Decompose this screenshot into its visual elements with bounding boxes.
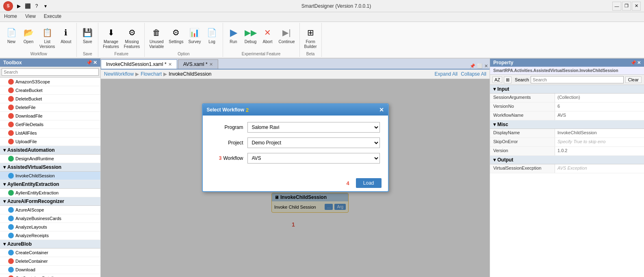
property-search-input[interactable] [531, 76, 624, 83]
workflow-select[interactable]: AVS [247, 153, 380, 164]
tab-close-area-btn[interactable]: ✕ [484, 63, 488, 69]
ribbon-continue-btn[interactable]: ▶| Continue [277, 25, 297, 46]
qa-dropdown-btn[interactable]: ▾ [41, 2, 50, 10]
section-label: Output [497, 157, 513, 163]
close-btn[interactable]: ✕ [632, 2, 641, 11]
toolbox-item-analyzebizcard[interactable]: AnalyzeBusinessCards [0, 214, 100, 223]
project-select[interactable]: Demo Project [247, 137, 380, 148]
minimize-btn[interactable]: — [612, 2, 621, 11]
ribbon-settings-btn[interactable]: ⚙ Settings [167, 25, 185, 46]
ribbon-form-builder-btn[interactable]: ⊞ FormBuilder [302, 25, 319, 50]
toolbox-cat-aylene[interactable]: ▾AylienEntityExtraction [0, 180, 100, 189]
toolbox-cat-azureblob[interactable]: ▾AzureBlob [0, 240, 100, 249]
ribbon-manage-features-btn[interactable]: ⬇ ManageFeatures [101, 25, 121, 50]
tab-pin-btn[interactable]: 📌 [470, 63, 475, 69]
tab-float-btn[interactable]: ⬜ [477, 63, 483, 69]
toolbox-cat-azureai[interactable]: ▾AzureAIFormRecognizer [0, 197, 100, 206]
toolbox-item-getcontainerdetails[interactable]: GetContainerDetails [0, 274, 100, 277]
property-clear-btn[interactable]: Clear [625, 76, 642, 83]
program-select[interactable]: Salome Ravi [247, 122, 380, 133]
ribbon-unused-variable-btn[interactable]: 🗑 UnusedVariable [147, 25, 166, 50]
toolbox-item-listallfiles[interactable]: ListAllFiles [0, 129, 100, 137]
ribbon-survey-btn[interactable]: 📊 Survey [186, 25, 203, 46]
breadcrumb-part-1[interactable]: Flowchart [141, 71, 162, 77]
prop-az-sort-btn[interactable]: AZ [492, 76, 502, 83]
item-icon [8, 207, 14, 213]
ribbon-about-btn[interactable]: ℹ About [58, 25, 74, 46]
property-list: ▾ Input SessionArguments (Collection) Ve… [490, 85, 644, 277]
prop-value-virtualsession[interactable]: AVS Exception [555, 164, 644, 173]
toolbox-close-btn[interactable]: ✕ [93, 60, 97, 65]
toolbox-item-createbucket[interactable]: CreateBucket [0, 86, 100, 95]
toolbox-item-analyzereceipts[interactable]: AnalyzeReceipts [0, 231, 100, 240]
menu-bar: Home View Execute [0, 12, 644, 22]
ribbon-log-btn[interactable]: 📄 Log [204, 25, 220, 46]
ribbon-save-btn[interactable]: 💾 Save [79, 25, 95, 46]
collapse-all-btn[interactable]: Collapse All [461, 71, 486, 77]
continue-label: Continue [279, 39, 295, 44]
section-collapse-icon[interactable]: ▾ [493, 122, 496, 127]
ribbon-run-btn[interactable]: ▶ Run [226, 25, 242, 46]
toolbox-item-deletefile[interactable]: DeleteFile [0, 103, 100, 112]
toolbox-item-aylienentity[interactable]: AylienEntityExtraction [0, 189, 100, 197]
toolbox-item-azureaiscope[interactable]: AzureAIScope [0, 206, 100, 214]
breadcrumb-sep-0: ▶ [135, 71, 139, 77]
prop-value-version[interactable]: 1.0.2 [555, 147, 644, 155]
ribbon-new-btn[interactable]: 📄 New [3, 25, 20, 46]
prop-cat-sort-btn[interactable]: ⊞ [504, 76, 512, 83]
prop-value-versionno[interactable]: 6 [555, 103, 644, 111]
toolbox-item-deletecontainer[interactable]: DeleteContainer [0, 257, 100, 266]
ribbon-open-btn[interactable]: 📂 Open [20, 25, 37, 46]
toolbox-cat-assistedvirtualsession[interactable]: ▾AssistedVirtualSession [0, 163, 100, 172]
toolbox-item-deletebucket[interactable]: DeleteBucket [0, 95, 100, 103]
prop-value-skiponerror[interactable]: Specify True to skip erro [555, 138, 644, 146]
tab-close-icon[interactable]: ✕ [168, 62, 172, 67]
prop-value-displayname[interactable]: InvokeChildSession [555, 129, 644, 137]
menu-execute[interactable]: Execute [40, 12, 65, 22]
toolbox-item-getfiledetails[interactable]: GetFileDetails [0, 120, 100, 129]
toolbox-item-uploadfile[interactable]: UploadFile [0, 137, 100, 146]
select-workflow-dialog: Select Workflow 2 ✕ Program Salome Ravi … [202, 103, 389, 192]
breadcrumb-part-0[interactable]: NewWorkflow [104, 71, 134, 77]
prop-value-workflowname[interactable]: AVS [555, 111, 644, 120]
menu-home[interactable]: Home [0, 12, 21, 22]
tab-invokechild[interactable]: InvokeChildSession1.xaml * ✕ [101, 59, 177, 69]
workflow-num-badge: 3 [219, 155, 222, 161]
toolbox-item-amazons3scope[interactable]: AmazonS3Scope [0, 78, 100, 86]
dialog-close-btn[interactable]: ✕ [379, 107, 384, 113]
toolbox-item-download[interactable]: Download [0, 266, 100, 274]
ribbon: 📄 New 📂 Open 📋 ListVersions ℹ About Work… [0, 22, 644, 59]
expand-all-btn[interactable]: Expand All [435, 71, 458, 77]
qa-help-btn[interactable]: ? [33, 2, 41, 10]
tab-close-icon2[interactable]: ✕ [209, 62, 213, 67]
dialog-footer: 4 Load [203, 175, 388, 191]
abort-icon: ✕ [262, 26, 274, 39]
ribbon-debug-btn[interactable]: ▶▶ Debug [243, 25, 259, 46]
toolbox-panel: Toolbox 📌 ✕ AmazonS3Scope CreateBucket D… [0, 59, 101, 277]
section-collapse-icon[interactable]: ▾ [493, 86, 496, 92]
toolbox-pin-btn[interactable]: 📌 [86, 60, 92, 65]
toolbox-item-invokechildsession[interactable]: InvokeChildSession [0, 172, 100, 180]
toolbox-item-downloadfile[interactable]: DownloadFile [0, 112, 100, 120]
ribbon-list-versions-btn[interactable]: 📋 ListVersions [37, 25, 57, 50]
property-close-btn[interactable]: ✕ [637, 60, 641, 65]
program-field: Program Salome Ravi [211, 122, 380, 133]
qa-stop-btn[interactable]: ⬛ [24, 2, 32, 10]
new-icon: 📄 [5, 26, 17, 39]
section-collapse-icon[interactable]: ▾ [493, 157, 496, 163]
toolbox-item-createcontainer[interactable]: CreateContainer [0, 249, 100, 257]
maximize-btn[interactable]: ❐ [622, 2, 631, 11]
toolbox-search-input[interactable] [2, 68, 99, 76]
ribbon-abort-btn[interactable]: ✕ Abort [260, 25, 276, 46]
menu-view[interactable]: View [21, 12, 40, 22]
breadcrumb-part-2: InvokeChildSession [169, 71, 211, 77]
property-pin-btn[interactable]: 📌 [631, 60, 636, 65]
qa-play-btn[interactable]: ▶ [15, 2, 23, 10]
tab-avs[interactable]: AVS.xaml * ✕ [178, 59, 218, 69]
ribbon-missing-features-btn[interactable]: ⚙ MissingFeatures [122, 25, 142, 50]
load-button[interactable]: Load [356, 178, 382, 188]
toolbox-item-analyzelayouts[interactable]: AnalyzeLayouts [0, 223, 100, 231]
toolbox-cat-assistedautomation[interactable]: ▾AssistedAutomation [0, 146, 100, 155]
prop-value-sessionargs[interactable]: (Collection) [555, 94, 644, 102]
toolbox-item-designandruntime[interactable]: DesignAndRuntime [0, 155, 100, 163]
